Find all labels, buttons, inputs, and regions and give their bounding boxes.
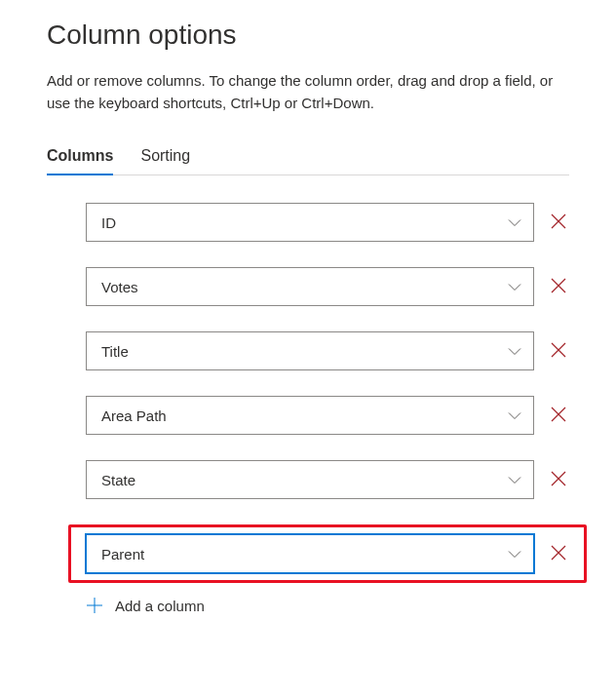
close-icon [550, 277, 567, 297]
column-row: Area Path [86, 396, 569, 435]
plus-icon [86, 597, 103, 614]
column-select[interactable]: Votes [86, 267, 534, 306]
column-value: State [101, 472, 135, 488]
column-select[interactable]: Parent [86, 534, 534, 573]
add-column-label: Add a column [115, 598, 205, 614]
column-select[interactable]: Title [86, 331, 534, 370]
column-value: Title [101, 343, 129, 360]
remove-column-button[interactable] [548, 469, 569, 490]
column-row: Parent [76, 534, 579, 573]
chevron-down-icon [508, 280, 521, 293]
page-description: Add or remove columns. To change the col… [47, 70, 569, 114]
column-row: State [86, 460, 569, 499]
column-list: ID Votes Title [47, 203, 569, 614]
column-row: Title [86, 331, 569, 370]
close-icon [550, 406, 567, 426]
close-icon [550, 341, 567, 362]
chevron-down-icon [508, 547, 521, 561]
remove-column-button[interactable] [548, 340, 569, 362]
column-row: ID [86, 203, 569, 242]
page-title: Column options [47, 19, 569, 51]
column-value: Parent [101, 546, 144, 562]
column-select[interactable]: State [86, 460, 534, 499]
chevron-down-icon [508, 408, 521, 422]
chevron-down-icon [508, 215, 521, 229]
column-row: Votes [86, 267, 569, 306]
close-icon [550, 470, 567, 490]
remove-column-button[interactable] [548, 405, 569, 426]
add-column-button[interactable]: Add a column [86, 597, 569, 614]
remove-column-button[interactable] [548, 543, 569, 564]
remove-column-button[interactable] [548, 276, 569, 297]
tab-bar: Columns Sorting [47, 147, 569, 175]
column-select[interactable]: Area Path [86, 396, 534, 435]
column-select[interactable]: ID [86, 203, 534, 242]
tab-columns[interactable]: Columns [47, 147, 113, 174]
column-value: Area Path [101, 407, 167, 424]
chevron-down-icon [508, 344, 521, 358]
remove-column-button[interactable] [548, 212, 569, 233]
highlight-annotation: Parent [68, 524, 587, 583]
chevron-down-icon [508, 473, 521, 486]
column-value: ID [101, 214, 116, 231]
column-value: Votes [101, 279, 138, 295]
tab-sorting[interactable]: Sorting [140, 147, 190, 174]
close-icon [550, 544, 567, 564]
close-icon [550, 213, 567, 233]
